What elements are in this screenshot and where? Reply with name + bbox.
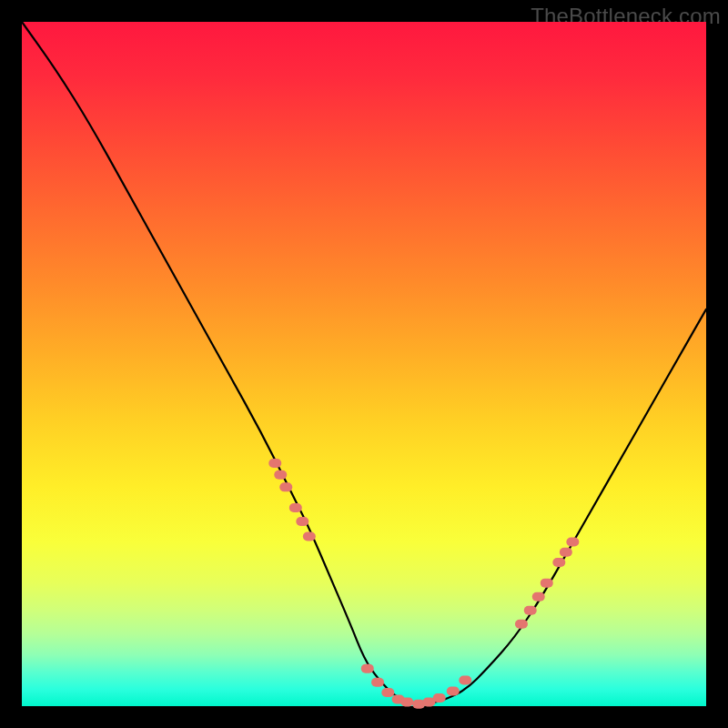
data-marker [289,503,302,512]
data-marker [566,538,579,547]
data-marker [459,675,471,684]
data-marker [560,548,572,557]
data-marker [296,517,308,526]
data-marker [303,532,316,541]
data-marker [541,579,553,588]
data-marker [371,678,384,687]
data-marker [524,606,537,615]
data-marker [400,697,413,706]
data-marker [515,620,528,629]
bottleneck-curve [22,22,706,704]
curve-svg [22,22,706,706]
data-marker [447,686,460,695]
data-marker [433,693,446,703]
data-marker [532,592,545,602]
data-marker [268,459,281,468]
data-marker [361,664,374,673]
data-marker [552,558,565,567]
data-marker [274,470,287,480]
chart-stage: TheBottleneck.com [0,0,728,728]
marker-group [268,459,579,709]
data-marker [381,688,394,697]
data-marker [279,482,292,491]
plot-area [22,22,706,706]
